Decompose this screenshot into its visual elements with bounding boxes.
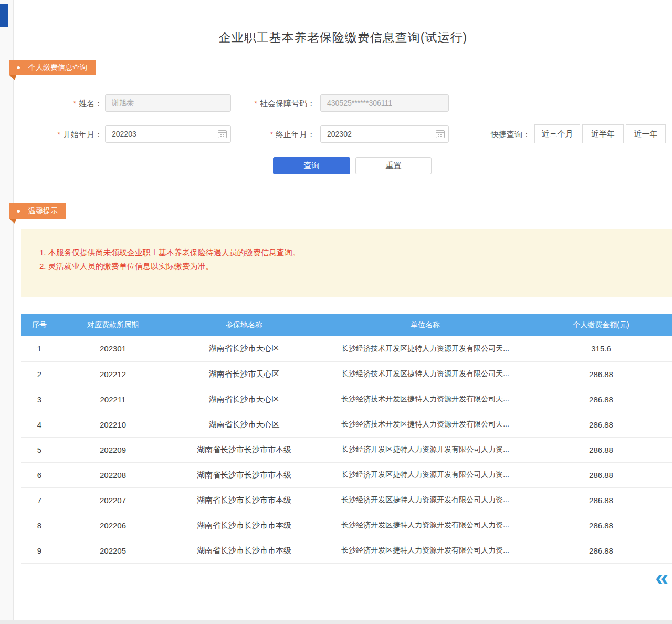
- table-cell: 202206: [58, 513, 168, 538]
- end-month-label: *终止年月：: [239, 130, 315, 140]
- table-cell: 9: [21, 538, 58, 563]
- table-cell: 长沙经济开发区捷特人力资源开发有限公司人力资...: [320, 487, 530, 513]
- table-header-row: 序号 对应费款所属期 参保地名称 单位名称 个人缴费金额(元): [21, 314, 672, 336]
- corner-accent-block: [0, 4, 8, 27]
- start-month-field[interactable]: [105, 125, 231, 143]
- collapse-chevron-icon[interactable]: «: [655, 565, 669, 589]
- notice-box: 1. 本服务仅提供尚未领取企业职工基本养老保险待遇人员的缴费信息查询。 2. 灵…: [21, 229, 672, 297]
- header-seq: 序号: [21, 314, 58, 336]
- name-label: *姓名：: [42, 99, 102, 109]
- table-cell: 286.88: [530, 538, 672, 563]
- table-cell: 286.88: [530, 437, 672, 462]
- payment-table: 序号 对应费款所属期 参保地名称 单位名称 个人缴费金额(元) 1202301湖…: [21, 314, 672, 564]
- quick-range-button-one-year[interactable]: 近一年: [626, 124, 666, 143]
- table-cell: 1: [21, 336, 58, 361]
- table-cell: 湖南省长沙市长沙市市本级: [168, 513, 320, 538]
- ssn-field: [320, 94, 449, 112]
- notice-line: 2. 灵活就业人员的缴费单位信息以实际缴费为准。: [39, 259, 662, 273]
- table-body: 1202301湖南省长沙市天心区长沙经济技术开发区捷特人力资源开发有限公司天..…: [21, 336, 672, 563]
- table-cell: 长沙经济开发区捷特人力资源开发有限公司人力资...: [320, 513, 530, 538]
- table-cell: 7: [21, 487, 58, 513]
- notice-line: 1. 本服务仅提供尚未领取企业职工基本养老保险待遇人员的缴费信息查询。: [39, 246, 662, 259]
- table-cell: 湖南省长沙市长沙市市本级: [168, 462, 320, 487]
- table-row: 9202205湖南省长沙市长沙市市本级长沙经济开发区捷特人力资源开发有限公司人力…: [21, 538, 672, 563]
- table-row: 5202209湖南省长沙市长沙市市本级长沙经济开发区捷特人力资源开发有限公司人力…: [21, 437, 672, 462]
- table-cell: 202301: [58, 336, 168, 361]
- calendar-icon[interactable]: [218, 130, 227, 138]
- section-badge-tips: 温馨提示: [9, 203, 66, 219]
- page-title: 企业职工基本养老保险缴费信息查询(试运行): [14, 29, 672, 46]
- table-cell: 湖南省长沙市天心区: [168, 412, 320, 437]
- table-cell: 202212: [58, 361, 168, 387]
- section-badge-label: 个人缴费信息查询: [28, 63, 87, 72]
- table-cell: 湖南省长沙市长沙市市本级: [168, 538, 320, 563]
- table-cell: 315.6: [530, 336, 672, 361]
- table-cell: 202210: [58, 412, 168, 437]
- table-cell: 湖南省长沙市长沙市市本级: [168, 487, 320, 513]
- table-cell: 长沙经济开发区捷特人力资源开发有限公司人力资...: [320, 538, 530, 563]
- required-asterisk: *: [58, 130, 60, 139]
- quick-range-button-3months[interactable]: 近三个月: [534, 124, 580, 143]
- table-row: 6202208湖南省长沙市长沙市市本级长沙经济开发区捷特人力资源开发有限公司人力…: [21, 462, 672, 487]
- section-badge-personal-query: 个人缴费信息查询: [9, 60, 96, 75]
- table-cell: 202205: [58, 538, 168, 563]
- table-cell: 长沙经济开发区捷特人力资源开发有限公司人力资...: [320, 437, 530, 462]
- table-row: 3202211湖南省长沙市天心区长沙经济技术开发区捷特人力资源开发有限公司天..…: [21, 387, 672, 412]
- table-cell: 8: [21, 513, 58, 538]
- table-cell: 286.88: [530, 487, 672, 513]
- table-cell: 5: [21, 437, 58, 462]
- table-cell: 286.88: [530, 412, 672, 437]
- header-amount: 个人缴费金额(元): [530, 314, 672, 336]
- table-cell: 4: [21, 412, 58, 437]
- table-cell: 2: [21, 361, 58, 387]
- table-cell: 286.88: [530, 513, 672, 538]
- required-asterisk: *: [270, 130, 273, 139]
- table-cell: 长沙经济技术开发区捷特人力资源开发有限公司天...: [320, 387, 530, 412]
- header-insured-place: 参保地名称: [168, 314, 320, 336]
- table-cell: 湖南省长沙市长沙市市本级: [168, 437, 320, 462]
- start-month-label: *开始年月：: [42, 130, 102, 140]
- name-field: [105, 94, 231, 112]
- table-row: 7202207湖南省长沙市长沙市市本级长沙经济开发区捷特人力资源开发有限公司人力…: [21, 487, 672, 513]
- table-cell: 长沙经济技术开发区捷特人力资源开发有限公司天...: [320, 361, 530, 387]
- bullet-icon: [17, 210, 20, 213]
- table-cell: 湖南省长沙市天心区: [168, 361, 320, 387]
- required-asterisk: *: [74, 99, 76, 108]
- table-row: 8202206湖南省长沙市长沙市市本级长沙经济开发区捷特人力资源开发有限公司人力…: [21, 513, 672, 538]
- table-cell: 湖南省长沙市天心区: [168, 387, 320, 412]
- table-cell: 202207: [58, 487, 168, 513]
- table-cell: 长沙经济技术开发区捷特人力资源开发有限公司天...: [320, 412, 530, 437]
- quick-query-label: 快捷查询：: [472, 130, 530, 140]
- table-cell: 286.88: [530, 462, 672, 487]
- quick-range-button-half-year[interactable]: 近半年: [582, 124, 624, 143]
- query-button[interactable]: 查询: [273, 157, 350, 174]
- bullet-icon: [17, 66, 20, 69]
- table-cell: 长沙经济开发区捷特人力资源开发有限公司人力资...: [320, 462, 530, 487]
- table-cell: 长沙经济技术开发区捷特人力资源开发有限公司天...: [320, 336, 530, 361]
- bottom-edge-strip: [0, 620, 672, 624]
- table-cell: 湖南省长沙市天心区: [168, 336, 320, 361]
- table-cell: 202208: [58, 462, 168, 487]
- reset-button[interactable]: 重置: [355, 157, 432, 174]
- header-employer: 单位名称: [320, 314, 530, 336]
- required-asterisk: *: [255, 99, 257, 108]
- table-row: 2202212湖南省长沙市天心区长沙经济技术开发区捷特人力资源开发有限公司天..…: [21, 361, 672, 387]
- table-cell: 3: [21, 387, 58, 412]
- table-cell: 286.88: [530, 361, 672, 387]
- header-period: 对应费款所属期: [58, 314, 168, 336]
- table-row: 4202210湖南省长沙市天心区长沙经济技术开发区捷特人力资源开发有限公司天..…: [21, 412, 672, 437]
- table-cell: 286.88: [530, 387, 672, 412]
- ssn-label: *社会保障号码：: [239, 99, 315, 109]
- end-month-field[interactable]: [320, 125, 449, 143]
- section-badge-label: 温馨提示: [28, 206, 58, 216]
- table-cell: 202211: [58, 387, 168, 412]
- table-row: 1202301湖南省长沙市天心区长沙经济技术开发区捷特人力资源开发有限公司天..…: [21, 336, 672, 361]
- left-sidebar-strip: [0, 0, 14, 624]
- calendar-icon[interactable]: [436, 130, 445, 138]
- table-cell: 6: [21, 462, 58, 487]
- table-cell: 202209: [58, 437, 168, 462]
